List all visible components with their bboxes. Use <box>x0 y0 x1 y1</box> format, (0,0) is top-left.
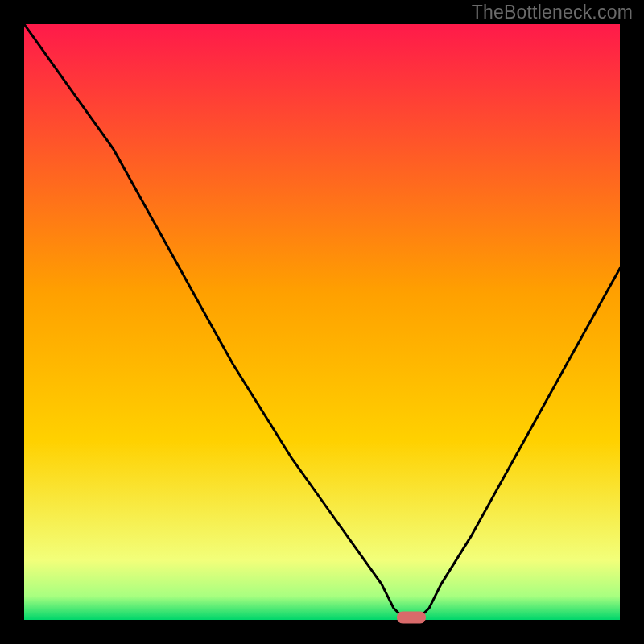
gradient-background <box>24 24 620 620</box>
chart-frame: TheBottleneck.com <box>0 0 644 644</box>
plot-area <box>24 24 620 620</box>
watermark-text: TheBottleneck.com <box>472 2 633 23</box>
chart-svg <box>24 24 620 620</box>
